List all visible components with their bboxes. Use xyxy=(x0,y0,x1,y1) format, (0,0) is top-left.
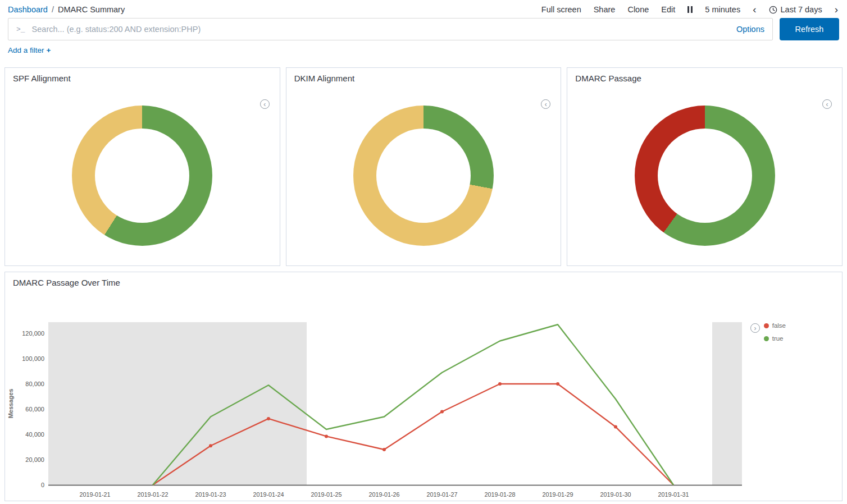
x-tick-label: 2019-01-27 xyxy=(426,491,457,498)
y-tick-label: 120,000 xyxy=(22,330,44,337)
breadcrumb-separator: / xyxy=(52,5,54,14)
breadcrumb-dashboard-link[interactable]: Dashboard xyxy=(8,5,48,14)
x-tick-label: 2019-01-29 xyxy=(542,491,573,498)
legend-label: false xyxy=(772,322,786,329)
x-tick-label: 2019-01-23 xyxy=(195,491,226,498)
panel-spf-alignment: SPF Allignment ‹ xyxy=(4,67,280,266)
share-button[interactable]: Share xyxy=(594,5,616,14)
panel-title: DMARC Passage Over Time xyxy=(5,272,842,290)
time-range-picker[interactable]: Last 7 days xyxy=(769,5,822,14)
pie-chart-area xyxy=(286,85,561,265)
panel-dkim-alignment: DKIM Alignment ‹ xyxy=(286,67,562,266)
true-series-dot-icon xyxy=(764,336,769,341)
edit-button[interactable]: Edit xyxy=(661,5,675,14)
legend-collapse-icon[interactable]: ‹ xyxy=(260,99,270,109)
x-tick-label: 2019-01-21 xyxy=(79,491,110,498)
spf-donut-chart[interactable] xyxy=(72,106,212,246)
x-tick-label: 2019-01-31 xyxy=(658,491,689,498)
time-forward-icon[interactable]: › xyxy=(835,6,838,13)
clone-button[interactable]: Clone xyxy=(627,5,649,14)
series-marker-false xyxy=(209,444,212,447)
top-nav: Full screen Share Clone Edit 5 minutes ‹… xyxy=(541,5,838,14)
panel-title: DMARC Passage xyxy=(567,68,842,85)
legend-expand-icon[interactable]: › xyxy=(750,323,760,333)
line-chart-svg: 020,00040,00060,00080,000100,000120,0002… xyxy=(5,290,842,504)
panel-title: SPF Allignment xyxy=(5,68,280,85)
shaded-region xyxy=(48,322,307,485)
x-tick-label: 2019-01-25 xyxy=(311,491,341,498)
series-marker-false xyxy=(614,425,617,429)
x-tick-label: 2019-01-28 xyxy=(484,491,515,498)
x-tick-label: 2019-01-24 xyxy=(253,491,284,498)
options-link[interactable]: Options xyxy=(736,25,764,34)
time-range-label: Last 7 days xyxy=(781,5,822,14)
console-prompt-icon: >_ xyxy=(16,25,25,34)
dmarc-donut-chart[interactable] xyxy=(635,106,775,246)
series-marker-false xyxy=(382,448,386,451)
plus-icon: + xyxy=(47,46,51,54)
legend-item-false[interactable]: false xyxy=(764,322,786,329)
y-tick-label: 80,000 xyxy=(25,381,44,387)
top-header: Dashboard / DMARC Summary Full screen Sh… xyxy=(0,0,847,16)
shaded-region xyxy=(712,322,742,485)
y-tick-label: 60,000 xyxy=(25,406,44,413)
panel-dmarc-over-time: DMARC Passage Over Time 020,00040,00060,… xyxy=(4,272,843,501)
pie-chart-area xyxy=(567,85,842,265)
add-filter-label: Add a filter xyxy=(8,46,44,54)
series-marker-false xyxy=(556,382,559,386)
search-input[interactable] xyxy=(32,25,731,34)
y-tick-label: 40,000 xyxy=(25,431,44,438)
dkim-donut-chart[interactable] xyxy=(353,106,494,246)
pie-panels-row: SPF Allignment ‹ DKIM Alignment ‹ DMARC … xyxy=(4,67,843,266)
series-marker-false xyxy=(267,417,270,420)
series-marker-false xyxy=(498,382,502,386)
panel-dmarc-passage: DMARC Passage ‹ xyxy=(567,67,843,266)
full-screen-button[interactable]: Full screen xyxy=(541,5,581,14)
panel-title: DKIM Alignment xyxy=(286,68,561,85)
search-box[interactable]: >_ Options xyxy=(8,18,773,40)
chart-legend: false true xyxy=(764,322,786,342)
query-bar: >_ Options Refresh xyxy=(8,18,839,40)
legend-collapse-icon[interactable]: ‹ xyxy=(822,99,832,109)
add-filter-button[interactable]: Add a filter+ xyxy=(8,46,51,54)
y-tick-label: 100,000 xyxy=(22,355,44,362)
time-back-icon[interactable]: ‹ xyxy=(753,6,756,13)
refresh-interval-label[interactable]: 5 minutes xyxy=(705,5,740,14)
filter-bar: Add a filter+ xyxy=(8,46,839,57)
legend-item-true[interactable]: true xyxy=(764,335,786,342)
legend-label: true xyxy=(772,335,784,342)
x-tick-label: 2019-01-30 xyxy=(600,491,631,498)
x-tick-label: 2019-01-26 xyxy=(368,491,399,498)
false-series-dot-icon xyxy=(764,323,769,328)
clock-icon xyxy=(769,6,777,14)
series-marker-false xyxy=(325,434,328,438)
y-tick-label: 20,000 xyxy=(25,456,44,463)
breadcrumb: Dashboard / DMARC Summary xyxy=(8,5,125,14)
refresh-button[interactable]: Refresh xyxy=(780,18,839,40)
series-marker-false xyxy=(440,410,444,414)
y-axis-title: Messages xyxy=(7,389,14,419)
x-tick-label: 2019-01-22 xyxy=(137,491,168,498)
breadcrumb-current: DMARC Summary xyxy=(58,5,125,14)
y-tick-label: 0 xyxy=(41,482,44,488)
pause-icon[interactable] xyxy=(687,6,693,13)
dmarc-over-time-chart: 020,00040,00060,00080,000100,000120,0002… xyxy=(5,290,842,492)
pie-chart-area xyxy=(5,85,280,265)
